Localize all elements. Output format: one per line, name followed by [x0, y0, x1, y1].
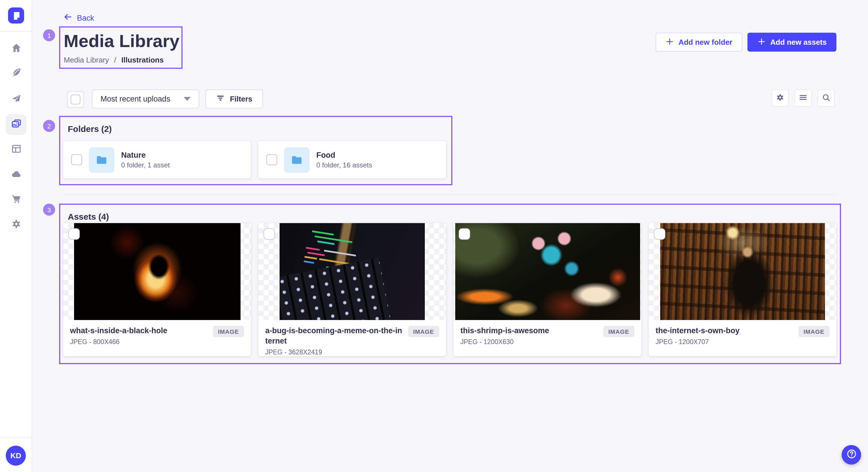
- add-new-folder-label: Add new folder: [679, 38, 733, 46]
- breadcrumb-parent[interactable]: Media Library: [64, 56, 109, 64]
- breadcrumb-current: Illustrations: [121, 56, 164, 64]
- sidebar-item-marketplace[interactable]: [6, 189, 26, 210]
- folder-name: Nature: [121, 150, 169, 159]
- list-view-button[interactable]: [795, 90, 812, 107]
- breadcrumb-separator: /: [114, 56, 116, 64]
- help-button[interactable]: [842, 445, 861, 465]
- add-new-assets-label: Add new assets: [770, 38, 827, 46]
- asset-footer: the-internet-s-own-boy JPEG - 1200X707 I…: [649, 320, 836, 356]
- checkbox: [71, 95, 81, 104]
- sidebar-item-home[interactable]: [6, 38, 26, 59]
- asset-footer: a-bug-is-becoming-a-meme-on-the-internet…: [258, 320, 446, 356]
- view-actions: [772, 90, 835, 107]
- asset-footer: this-shrimp-is-awesome JPEG - 1200X630 I…: [454, 320, 641, 356]
- annotation-badge-2: 2: [43, 120, 55, 132]
- paper-plane-icon: [11, 93, 22, 106]
- folder-card-food[interactable]: Food 0 folder, 16 assets: [258, 141, 446, 178]
- asset-name: what-s-inside-a-black-hole: [70, 326, 208, 336]
- asset-thumbnail: [258, 223, 446, 320]
- assets-section-title: Assets (4): [68, 212, 109, 222]
- plus-icon: [665, 37, 674, 47]
- asset-name: a-bug-is-becoming-a-meme-on-the-internet: [265, 326, 403, 346]
- asset-card-black-hole[interactable]: what-s-inside-a-black-hole JPEG - 800X46…: [63, 223, 251, 356]
- folder-meta: 0 folder, 1 asset: [121, 161, 169, 169]
- cart-icon: [11, 193, 22, 206]
- black-hole-photo: [74, 223, 240, 320]
- filters-label: Filters: [230, 95, 252, 103]
- asset-meta: JPEG - 3628X2419: [265, 349, 403, 356]
- folders-grid: Nature 0 folder, 1 asset Food 0 folder, …: [63, 141, 446, 178]
- annotation-badge-1: 1: [43, 29, 55, 41]
- folders-section-title: Folders (2): [68, 124, 112, 134]
- gear-icon: [776, 93, 785, 103]
- folder-icon: [284, 147, 309, 172]
- breadcrumb: Media Library / Illustrations: [64, 56, 164, 64]
- strapi-logo-icon[interactable]: [8, 7, 24, 24]
- folder-meta: 0 folder, 16 assets: [316, 161, 372, 169]
- sidebar-item-content-manager[interactable]: [6, 139, 26, 160]
- add-new-assets-button[interactable]: Add new assets: [747, 33, 836, 52]
- sort-select[interactable]: Most recent uploads: [92, 90, 199, 108]
- folder-icon: [89, 147, 114, 172]
- asset-type-badge: IMAGE: [798, 326, 830, 337]
- asset-thumbnail: [649, 223, 836, 320]
- search-button[interactable]: [817, 90, 835, 107]
- back-label: Back: [77, 13, 94, 22]
- asset-checkbox[interactable]: [264, 228, 275, 240]
- asset-meta: JPEG - 1200X630: [460, 338, 598, 345]
- asset-type-badge: IMAGE: [213, 326, 244, 337]
- man-in-library-photo: [660, 223, 825, 320]
- filter-icon: [216, 94, 225, 104]
- header-actions: Add new folder Add new assets: [656, 33, 836, 52]
- folder-name: Food: [316, 150, 372, 159]
- select-all-checkbox[interactable]: [67, 91, 84, 108]
- home-icon: [11, 42, 22, 55]
- folder-texts: Food 0 folder, 16 assets: [316, 150, 372, 169]
- asset-name: the-internet-s-own-boy: [656, 326, 794, 336]
- back-link[interactable]: Back: [64, 12, 94, 23]
- gear-icon: [11, 218, 22, 231]
- sidebar-item-releases[interactable]: [6, 89, 26, 109]
- section-divider: [64, 194, 836, 195]
- chevron-down-icon: [184, 97, 191, 101]
- folder-checkbox[interactable]: [71, 154, 82, 165]
- folder-texts: Nature 0 folder, 1 asset: [121, 150, 169, 169]
- search-icon: [822, 93, 831, 103]
- arrow-left-icon: [64, 12, 72, 23]
- asset-checkbox[interactable]: [654, 228, 665, 240]
- main-content: Back 1 Media Library Media Library / Ill…: [32, 0, 868, 472]
- sidebar-item-content[interactable]: [6, 63, 26, 84]
- sidebar-item-deploy[interactable]: [6, 165, 26, 185]
- folder-checkbox[interactable]: [267, 154, 277, 165]
- mantis-shrimp-photo: [455, 223, 640, 320]
- annotation-badge-3: 3: [43, 204, 55, 216]
- asset-checkbox[interactable]: [68, 228, 80, 240]
- sidebar-item-media-library[interactable]: [6, 114, 26, 135]
- folder-card-nature[interactable]: Nature 0 folder, 1 asset: [63, 141, 251, 178]
- add-new-folder-button[interactable]: Add new folder: [656, 33, 742, 52]
- filters-button[interactable]: Filters: [206, 90, 263, 108]
- media-library-icon: [11, 118, 22, 131]
- plus-icon: [757, 37, 766, 47]
- asset-card-shrimp[interactable]: this-shrimp-is-awesome JPEG - 1200X630 I…: [454, 223, 641, 356]
- page-title: Media Library: [64, 31, 179, 52]
- asset-card-internets-own-boy[interactable]: the-internet-s-own-boy JPEG - 1200X707 I…: [649, 223, 836, 356]
- asset-type-badge: IMAGE: [603, 326, 634, 337]
- user-avatar[interactable]: KD: [6, 446, 26, 466]
- app-window: KD Back 1 Media Library Media Library / …: [0, 0, 868, 472]
- question-mark-icon: [846, 448, 857, 461]
- laptop-code-photo: [280, 223, 425, 320]
- assets-grid: what-s-inside-a-black-hole JPEG - 800X46…: [63, 223, 836, 356]
- feather-icon: [11, 67, 22, 80]
- sidebar-item-settings[interactable]: [6, 214, 26, 235]
- asset-thumbnail: [454, 223, 641, 320]
- asset-meta: JPEG - 800X466: [70, 338, 208, 345]
- asset-card-bug-meme[interactable]: a-bug-is-becoming-a-meme-on-the-internet…: [258, 223, 446, 356]
- cloud-icon: [11, 168, 22, 181]
- sidebar-divider: [0, 31, 32, 32]
- asset-checkbox[interactable]: [459, 228, 470, 240]
- asset-name: this-shrimp-is-awesome: [460, 326, 598, 336]
- grid-settings-button[interactable]: [772, 90, 789, 107]
- asset-meta: JPEG - 1200X707: [656, 338, 794, 345]
- sidebar-footer-divider: [0, 438, 32, 438]
